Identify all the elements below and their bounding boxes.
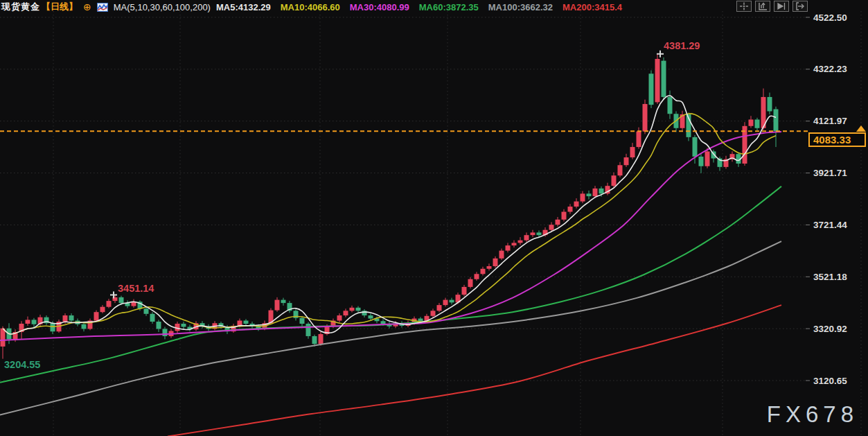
- candle: [593, 189, 598, 196]
- candle: [768, 97, 772, 112]
- candle: [624, 157, 629, 165]
- candle: [312, 336, 317, 344]
- candle: [556, 220, 560, 225]
- y-axis-label: 3320.92: [813, 324, 847, 334]
- y-axis-label: 4522.50: [813, 12, 847, 23]
- candle: [281, 300, 286, 303]
- candle: [774, 110, 779, 132]
- ma-line-ma100: [0, 241, 781, 415]
- candle: [51, 323, 55, 331]
- ma-legend-item: MA5:4132.29: [216, 2, 271, 12]
- candle: [499, 251, 504, 259]
- candle: [755, 119, 760, 128]
- candle: [649, 73, 654, 105]
- price-annotation: 3451.14: [118, 283, 154, 294]
- candle: [587, 193, 592, 196]
- candle: [637, 132, 641, 147]
- candle: [69, 315, 74, 320]
- candle: [662, 61, 666, 97]
- candle: [431, 311, 436, 315]
- candle: [531, 232, 535, 235]
- ma-line-ma30: [0, 132, 781, 340]
- price-arrow-icon: [856, 125, 866, 132]
- candle: [107, 301, 112, 307]
- candle: [144, 308, 149, 313]
- candle: [630, 147, 635, 157]
- chart-toolbar: [736, 1, 808, 12]
- candle: [518, 241, 523, 243]
- candle: [487, 266, 492, 269]
- candle: [549, 225, 554, 229]
- crosshair-tool-icon[interactable]: [736, 1, 752, 12]
- candle: [481, 269, 486, 274]
- candle: [655, 59, 660, 102]
- candle: [612, 175, 617, 186]
- candle: [568, 207, 573, 211]
- axis-scale-icon[interactable]: [755, 1, 770, 12]
- candle: [350, 308, 355, 311]
- candle: [306, 324, 311, 336]
- ma-legend-item: MA60:3872.35: [419, 2, 479, 12]
- chart-header: 现货黄金 【日线】 ⊕ MA(5,10,30,60,100,200) MA5:4…: [1, 1, 622, 13]
- candle: [319, 334, 324, 344]
- current-price-tag: 4083.33: [808, 132, 866, 147]
- chart-logo-icon: [97, 3, 108, 12]
- y-axis-label: 3120.65: [813, 376, 847, 386]
- candle: [705, 151, 710, 166]
- candle: [749, 119, 754, 125]
- candle: [668, 97, 673, 114]
- candle: [562, 212, 567, 220]
- candle: [163, 329, 168, 335]
- candle: [693, 137, 698, 157]
- candle: [581, 193, 585, 201]
- candle: [26, 320, 30, 324]
- candle: [337, 315, 342, 320]
- candle: [1, 329, 6, 347]
- candle: [275, 300, 280, 311]
- candle: [437, 305, 442, 311]
- chart-window: { "header": { "title": "现货黄金", "period":…: [0, 0, 868, 436]
- candle: [369, 315, 373, 318]
- candle: [82, 324, 87, 329]
- ma-legend-item: MA30:4080.99: [350, 2, 409, 12]
- candle: [524, 235, 529, 240]
- jump-to-latest-icon[interactable]: [792, 1, 808, 12]
- price-annotation: 3204.55: [4, 359, 40, 370]
- play-forward-icon[interactable]: [774, 1, 789, 12]
- candle: [506, 245, 511, 250]
- candle: [181, 324, 186, 326]
- y-axis-label: 4121.97: [813, 116, 847, 126]
- price-annotation: 4381.29: [664, 40, 700, 51]
- candle: [157, 322, 161, 329]
- candle: [475, 274, 479, 279]
- candle: [63, 315, 68, 322]
- candle: [574, 202, 579, 207]
- candle: [493, 259, 498, 266]
- chart-canvas[interactable]: 4381.293451.143204.554522.504322.234121.…: [0, 0, 868, 436]
- candle: [300, 318, 305, 324]
- candle: [381, 321, 386, 324]
- candle: [599, 189, 604, 193]
- candle: [643, 104, 648, 132]
- ma-legend-item: MA10:4066.60: [281, 2, 340, 12]
- ma-legend-item: MA100:3662.32: [488, 2, 553, 12]
- ma-caption: MA(5,10,30,60,100,200): [114, 2, 211, 12]
- y-axis-label: 4322.23: [813, 64, 847, 74]
- instrument-title: 现货黄金: [1, 1, 40, 13]
- candle: [443, 300, 448, 305]
- timeframe-label[interactable]: 【日线】: [42, 1, 78, 13]
- ma-legend-item: MA200:3415.4: [563, 2, 622, 12]
- y-axis-label: 3921.71: [813, 168, 847, 178]
- candle: [32, 320, 37, 324]
- candle: [119, 297, 124, 303]
- candle: [512, 243, 517, 245]
- candle: [356, 308, 361, 311]
- candle: [699, 157, 704, 166]
- candle: [244, 321, 249, 324]
- candle: [462, 287, 467, 295]
- candle: [468, 279, 473, 287]
- globe-icon[interactable]: ⊕: [83, 2, 91, 12]
- candle: [100, 307, 105, 312]
- ma-line-ma10: [3, 114, 776, 334]
- candle: [150, 314, 155, 322]
